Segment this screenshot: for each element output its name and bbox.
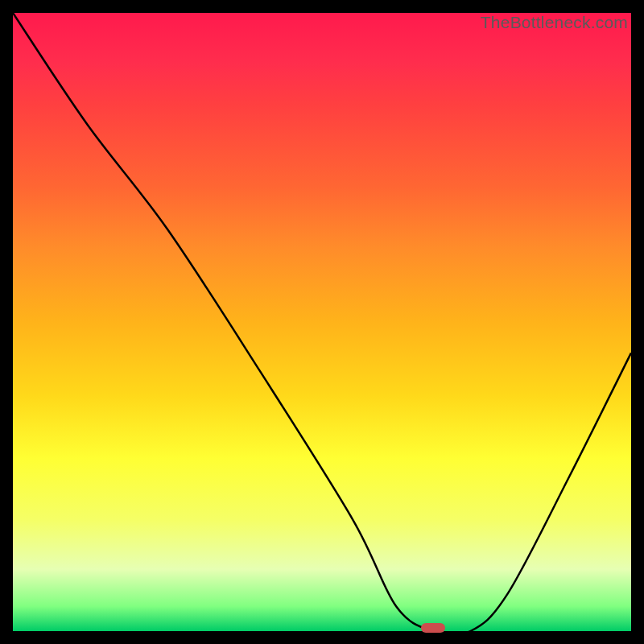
chart-container: TheBottleneck.com (0, 0, 644, 644)
optimum-marker (421, 623, 445, 633)
plot-area: TheBottleneck.com (13, 13, 631, 631)
bottleneck-curve (13, 13, 631, 631)
